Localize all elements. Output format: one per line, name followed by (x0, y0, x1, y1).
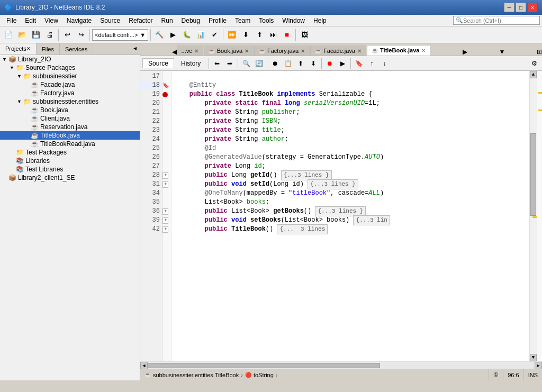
scroll-up-btn[interactable]: ▲ (530, 71, 537, 78)
tab-nav-menu[interactable]: ▼ (499, 48, 505, 56)
search-box[interactable]: 🔍 (453, 16, 540, 25)
sidebar-minimize[interactable]: ◂ (130, 43, 140, 54)
tab-titlebook[interactable]: ☕ TitleBook.java ✕ (367, 45, 430, 56)
menu-debug[interactable]: Debug (177, 16, 204, 25)
et-play-btn[interactable]: ▶ (337, 58, 348, 69)
hscroll-track[interactable] (148, 362, 535, 369)
expand-31-icon[interactable]: + (162, 181, 168, 188)
et-find-btn[interactable]: 🔍 (240, 58, 252, 69)
expand-39-icon[interactable]: + (162, 217, 168, 224)
sidebar-tree-item-lib2client[interactable]: 📦Library2_client1_SE (0, 174, 140, 182)
et-bookmark-btn[interactable]: 🔖 (353, 58, 365, 69)
vertical-scrollbar[interactable]: ▲ ▼ (529, 71, 537, 361)
sidebar-tree-item-libraries[interactable]: 📚Libraries (0, 157, 140, 165)
tab-facade-close[interactable]: ✕ (357, 48, 362, 54)
step-over-btn[interactable]: ⏩ (225, 29, 238, 41)
et-toggle-bp[interactable]: ⏺ (269, 58, 281, 69)
image-btn[interactable]: 🖼 (298, 29, 311, 41)
expand-36-icon[interactable]: + (162, 208, 168, 215)
profile-btn[interactable]: 📊 (194, 29, 207, 41)
scroll-down-btn[interactable]: ▼ (530, 354, 537, 361)
et-prev-bookmark[interactable]: ↑ (366, 58, 377, 69)
run-btn[interactable]: ▶ (167, 29, 179, 41)
tab-book[interactable]: ☕ Book.java ✕ (204, 45, 254, 56)
sidebar-tree-item-factory[interactable]: ☕Factory.java (0, 89, 140, 97)
close-button[interactable]: ✕ (527, 3, 538, 12)
tab-book-close[interactable]: ✕ (245, 48, 249, 54)
source-tab[interactable]: Source (142, 58, 174, 68)
sidebar-tree-item-test-packages[interactable]: 📁Test Packages (0, 148, 140, 157)
debug-btn[interactable]: 🐛 (180, 29, 193, 41)
minimize-button[interactable]: ─ (504, 3, 514, 12)
tree-toggle-src-packages[interactable]: ▼ (10, 65, 16, 70)
print-btn[interactable]: 🖨 (43, 29, 56, 41)
collapsed-39[interactable]: {...3 lin (353, 215, 390, 225)
menu-tools[interactable]: Tools (255, 16, 278, 25)
tab-nav-expand[interactable]: ⊞ (537, 48, 542, 56)
expand-42-icon[interactable]: + (162, 226, 168, 233)
et-replace-btn[interactable]: 🔄 (253, 58, 265, 69)
open-project-btn[interactable]: 📂 (16, 29, 29, 41)
config-dropdown[interactable]: <default confi...> ▼ (92, 29, 148, 41)
step-out-btn[interactable]: ⬆ (253, 29, 266, 41)
et-back-btn[interactable]: ⬅ (211, 58, 223, 69)
sidebar-tree-item-facade[interactable]: ☕Facade.java (0, 80, 140, 89)
menu-help[interactable]: Help (309, 16, 331, 25)
et-forward-btn[interactable]: ➡ (224, 58, 236, 69)
undo-btn[interactable]: ↩ (61, 29, 74, 41)
test-btn[interactable]: ✔ (208, 29, 221, 41)
maximize-button[interactable]: □ (516, 3, 526, 12)
collapsed-42[interactable]: {... 3 lines (277, 224, 328, 234)
tab-factory-close[interactable]: ✕ (301, 48, 305, 54)
history-tab[interactable]: History (175, 58, 206, 68)
tab-vc-close[interactable]: ✕ (194, 48, 198, 54)
menu-profile[interactable]: Profile (204, 16, 231, 25)
sidebar-tree-item-test-libraries[interactable]: 📚Test Libraries (0, 165, 140, 174)
sidebar-tree-item-entities[interactable]: ▼📁subbusinesstier.entities (0, 97, 140, 106)
et-bp-list[interactable]: 📋 (282, 58, 294, 69)
menu-window[interactable]: Window (278, 16, 309, 25)
menu-source[interactable]: Source (96, 16, 124, 25)
tree-toggle-subbusiness[interactable]: ▼ (17, 74, 23, 79)
et-next-bookmark[interactable]: ↓ (378, 58, 390, 69)
tab-nav-right[interactable]: ▶ (463, 48, 467, 56)
step-into-btn[interactable]: ⬇ (239, 29, 252, 41)
et-settings-btn[interactable]: ⚙ (528, 58, 540, 69)
tab-titlebook-close[interactable]: ✕ (421, 48, 426, 53)
sidebar-tab-services[interactable]: Services (60, 43, 93, 54)
scroll-thumb[interactable] (530, 133, 536, 216)
tab-facade[interactable]: ☕ Facade.java ✕ (310, 45, 366, 56)
save-btn[interactable]: 💾 (30, 29, 42, 41)
sidebar-tree-item-client[interactable]: ☕Client.java (0, 114, 140, 123)
sidebar-tree-item-reservation[interactable]: ☕Reservation.java (0, 123, 140, 131)
menu-run[interactable]: Run (157, 16, 177, 25)
et-next-bp[interactable]: ⬇ (308, 58, 319, 69)
redo-btn[interactable]: ↪ (75, 29, 87, 41)
code-content[interactable]: @Entity public class TitleBook implement… (172, 71, 529, 361)
sidebar-tree-item-titlebookread[interactable]: ☕TitleBookRead.java (0, 140, 140, 148)
menu-navigate[interactable]: Navigate (62, 16, 96, 25)
sidebar-tree-item-src-packages[interactable]: ▼📁Source Packages (0, 63, 140, 72)
tab-vc[interactable]: ...vc ✕ (177, 45, 203, 56)
hscroll-left-btn[interactable]: ◄ (140, 362, 148, 369)
sidebar-tree-item-lib2io[interactable]: ▼📦Library_2IO (0, 55, 140, 63)
menu-team[interactable]: Team (231, 16, 255, 25)
et-prev-bp[interactable]: ⬆ (295, 58, 306, 69)
new-project-btn[interactable]: 📄 (2, 29, 15, 41)
sidebar-tab-projects[interactable]: Projects ✕ (0, 43, 37, 54)
menu-file[interactable]: File (2, 16, 21, 25)
tree-toggle-entities[interactable]: ▼ (17, 99, 23, 104)
tab-factory[interactable]: ☕ Factory.java ✕ (254, 45, 310, 56)
hscroll-thumb[interactable] (148, 363, 380, 368)
sidebar-tree-item-subbusiness[interactable]: ▼📁subbusinesstier (0, 72, 140, 80)
expand-28-icon[interactable]: + (162, 172, 168, 179)
sidebar-tab-files[interactable]: Files (37, 43, 60, 54)
sidebar-tree-item-book[interactable]: ☕Book.java (0, 106, 140, 114)
et-record-btn[interactable]: ⏺ (324, 58, 336, 69)
run-cursor-btn[interactable]: ⏭ (267, 29, 279, 41)
search-input[interactable] (463, 17, 537, 24)
menu-edit[interactable]: Edit (21, 16, 40, 25)
collapsed-31[interactable]: {...3 lines } (308, 179, 358, 189)
hscroll-right-btn[interactable]: ► (535, 362, 542, 369)
tree-toggle-lib2io[interactable]: ▼ (2, 57, 8, 62)
